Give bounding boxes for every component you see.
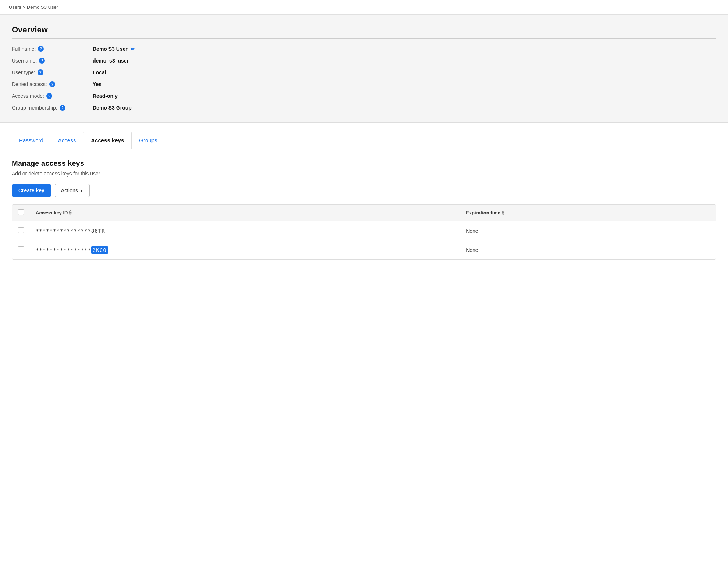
sort-icon-access-key-id: △▽ <box>69 210 71 216</box>
label-username: Username: ? <box>12 58 93 64</box>
overview-title: Overview <box>12 25 716 39</box>
toolbar: Create key Actions ▼ <box>12 184 716 197</box>
access-keys-table: Access key ID △▽ Expiration time △▽ <box>12 205 716 259</box>
value-access-mode: Read-only <box>93 93 306 99</box>
key-highlight: 2KC0 <box>91 246 108 254</box>
tab-access-keys[interactable]: Access keys <box>83 132 132 149</box>
select-all-checkbox-header <box>12 205 30 221</box>
col-header-access-key-id[interactable]: Access key ID △▽ <box>30 205 460 221</box>
breadcrumb-users: Users <box>9 4 21 10</box>
help-icon-denied-access[interactable]: ? <box>49 81 55 87</box>
breadcrumb-current: Demo S3 User <box>27 4 58 10</box>
edit-full-name-icon[interactable]: ✏ <box>131 46 135 52</box>
select-all-checkbox[interactable] <box>18 209 24 215</box>
actions-dropdown-button[interactable]: Actions ▼ <box>55 184 90 197</box>
manage-keys-description: Add or delete access keys for this user. <box>12 171 716 177</box>
label-full-name: Full name: ? <box>12 46 93 52</box>
value-username: demo_s3_user <box>93 58 306 64</box>
help-icon-user-type[interactable]: ? <box>38 69 43 75</box>
create-key-button[interactable]: Create key <box>12 184 51 197</box>
chevron-down-icon: ▼ <box>80 189 83 193</box>
row2-checkbox[interactable] <box>18 246 24 252</box>
table-row: ****************2KC0 None <box>12 240 716 260</box>
table-header-row: Access key ID △▽ Expiration time △▽ <box>12 205 716 221</box>
label-access-mode: Access mode: ? <box>12 93 93 99</box>
manage-keys-title: Manage access keys <box>12 159 716 168</box>
table-row: ****************86TR None <box>12 221 716 240</box>
tabs-nav: Password Access Access keys Groups <box>0 132 728 149</box>
col-header-expiration-time[interactable]: Expiration time △▽ <box>460 205 716 221</box>
breadcrumb-separator: > <box>23 4 27 10</box>
access-keys-table-container: Access key ID △▽ Expiration time △▽ <box>12 204 716 260</box>
sort-icon-expiration-time: △▽ <box>502 210 504 216</box>
tab-groups[interactable]: Groups <box>132 132 164 149</box>
value-full-name: Demo S3 User ✏ <box>93 46 306 52</box>
row1-expiration: None <box>460 221 716 240</box>
tab-access[interactable]: Access <box>51 132 83 149</box>
breadcrumb: Users > Demo S3 User <box>0 0 728 15</box>
value-group-membership: Demo S3 Group <box>93 105 306 111</box>
row2-checkbox-cell <box>12 240 30 260</box>
row1-checkbox[interactable] <box>18 227 24 233</box>
label-group-membership: Group membership: ? <box>12 105 93 111</box>
tab-password[interactable]: Password <box>12 132 51 149</box>
row1-key-id: ****************86TR <box>30 221 460 240</box>
overview-grid: Full name: ? Demo S3 User ✏ Username: ? … <box>12 46 306 111</box>
help-icon-username[interactable]: ? <box>39 58 45 64</box>
help-icon-full-name[interactable]: ? <box>38 46 44 52</box>
value-user-type: Local <box>93 69 306 75</box>
help-icon-access-mode[interactable]: ? <box>46 93 52 99</box>
content-area: Manage access keys Add or delete access … <box>0 149 728 270</box>
row2-expiration: None <box>460 240 716 260</box>
value-denied-access: Yes <box>93 81 306 87</box>
row1-checkbox-cell <box>12 221 30 240</box>
row2-key-id: ****************2KC0 <box>30 240 460 260</box>
overview-section: Overview Full name: ? Demo S3 User ✏ Use… <box>0 15 728 123</box>
help-icon-group-membership[interactable]: ? <box>60 105 65 111</box>
label-user-type: User type: ? <box>12 69 93 75</box>
label-denied-access: Denied access: ? <box>12 81 93 87</box>
